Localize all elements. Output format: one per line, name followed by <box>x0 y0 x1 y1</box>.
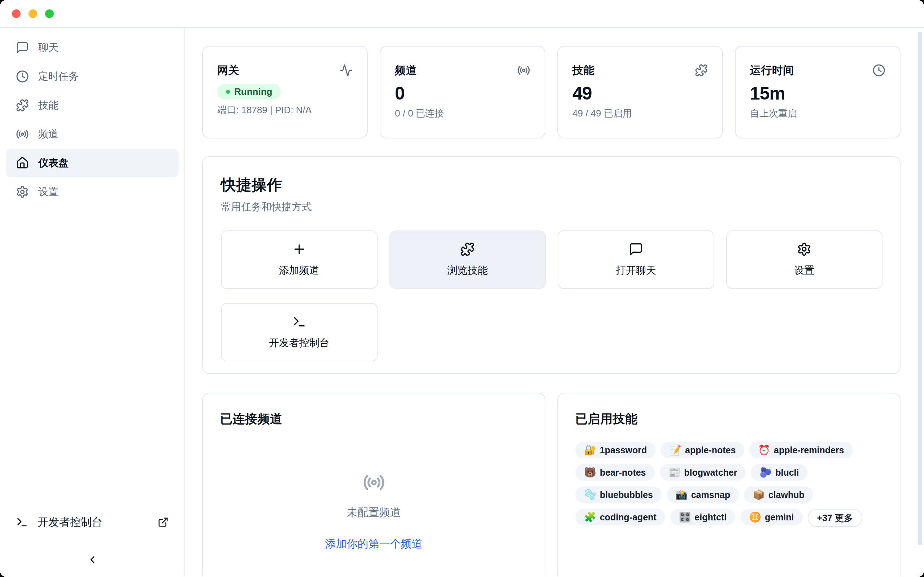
skill-name: clawhub <box>769 490 804 500</box>
action-label: 添加频道 <box>279 264 320 277</box>
stat-value: 0 <box>395 84 530 103</box>
sidebar-item-label: 技能 <box>38 98 58 112</box>
stat-title: 网关 <box>217 63 239 78</box>
stat-card-skills: 技能4949 / 49 已启用 <box>557 46 723 139</box>
stat-title: 频道 <box>395 63 417 78</box>
enabled-skills-panel: 已启用技能 🔐1password📝apple-notes⏰apple-remin… <box>557 393 901 576</box>
channels-empty-state: 未配置频道 添加你的第一个频道 <box>220 471 527 551</box>
sidebar-item-settings[interactable]: 设置 <box>6 178 179 206</box>
chat-icon <box>16 41 29 54</box>
chevron-left-icon <box>87 554 98 566</box>
app-window: 聊天定时任务技能频道仪表盘设置 开发者控制台 网关Running端口: 1878… <box>0 0 924 577</box>
sidebar-item-label: 聊天 <box>38 41 58 55</box>
gear-icon <box>16 185 29 198</box>
stat-title: 运行时间 <box>750 63 794 78</box>
dev-console-label: 开发者控制台 <box>37 515 102 530</box>
plus-icon <box>292 242 307 256</box>
skill-name: camsnap <box>691 490 730 500</box>
zoom-button[interactable] <box>45 10 54 18</box>
action-label: 打开聊天 <box>616 264 656 277</box>
action-label: 开发者控制台 <box>269 336 330 350</box>
stat-detail: 自上次重启 <box>750 107 885 120</box>
sidebar-item-label: 定时任务 <box>38 69 79 83</box>
stat-value: 49 <box>572 84 708 103</box>
skill-emoji: 🧩 <box>584 513 596 522</box>
quick-actions-panel: 快捷操作 常用任务和快捷方式 添加频道浏览技能打开聊天设置开发者控制台 <box>202 156 901 374</box>
minimize-button[interactable] <box>29 10 37 18</box>
action-dev-console-button[interactable]: 开发者控制台 <box>221 303 378 361</box>
action-browse-skills-button[interactable]: 浏览技能 <box>389 230 546 289</box>
radio-icon <box>16 128 29 141</box>
puzzle-icon <box>460 242 475 256</box>
puzzle-icon <box>695 64 708 77</box>
main-content: 网关Running端口: 18789 | PID: N/A频道00 / 0 已连… <box>185 28 924 576</box>
skill-pill-apple-notes: 📝apple-notes <box>661 442 744 458</box>
titlebar <box>0 0 924 28</box>
terminal-icon <box>16 516 28 528</box>
action-label: 浏览技能 <box>447 264 488 277</box>
sidebar-item-dashboard[interactable]: 仪表盘 <box>6 149 179 177</box>
skill-emoji: 📦 <box>753 490 765 500</box>
stat-value: 15m <box>750 84 885 103</box>
skill-pill-camsnap: 📸camsnap <box>667 487 739 503</box>
skill-name: gemini <box>765 512 794 522</box>
sidebar-item-chat[interactable]: 聊天 <box>6 34 179 62</box>
chat-icon <box>629 242 643 256</box>
activity-icon <box>340 64 353 77</box>
skill-emoji: 📝 <box>669 445 682 455</box>
action-open-chat-button[interactable]: 打开聊天 <box>558 230 714 289</box>
stats-row: 网关Running端口: 18789 | PID: N/A频道00 / 0 已连… <box>202 46 901 139</box>
skill-emoji: 🫧 <box>584 490 596 500</box>
skill-emoji: ⏰ <box>758 445 770 455</box>
action-label: 设置 <box>794 264 814 277</box>
skill-pill-clawhub: 📦clawhub <box>744 487 813 503</box>
close-button[interactable] <box>12 10 21 18</box>
action-settings-button[interactable]: 设置 <box>726 230 883 289</box>
skill-emoji: 🫐 <box>759 468 772 477</box>
sidebar-item-label: 仪表盘 <box>38 156 69 170</box>
sidebar-item-channels[interactable]: 频道 <box>6 120 179 148</box>
gear-icon <box>797 242 811 256</box>
sidebar-item-tasks[interactable]: 定时任务 <box>6 62 179 90</box>
stat-detail: 0 / 0 已连接 <box>395 107 530 120</box>
action-add-channel-button[interactable]: 添加频道 <box>221 230 378 289</box>
skill-name: apple-notes <box>685 445 736 456</box>
skill-emoji: 🐻 <box>584 468 596 477</box>
skill-name: bluebubbles <box>600 490 653 500</box>
skill-pill-blucli: 🫐blucli <box>751 464 808 481</box>
skill-name: eightctl <box>695 512 727 522</box>
skills-more-pill[interactable]: +37 更多 <box>808 509 862 527</box>
connected-channels-panel: 已连接频道 未配置频道 添加你的第一个频道 <box>202 393 545 576</box>
skills-pill-list: 🔐1password📝apple-notes⏰apple-reminders🐻b… <box>575 442 882 527</box>
add-first-channel-link[interactable]: 添加你的第一个频道 <box>325 537 423 551</box>
connected-channels-title: 已连接频道 <box>220 411 527 427</box>
scrollbar-thumb[interactable] <box>918 32 922 545</box>
skill-name: bear-notes <box>600 467 646 478</box>
sidebar-collapse-button[interactable] <box>6 543 179 576</box>
skill-pill-bluebubbles: 🫧bluebubbles <box>575 487 662 503</box>
stat-detail: 端口: 18789 | PID: N/A <box>217 104 353 116</box>
radio-icon <box>363 471 385 494</box>
status-badge-label: Running <box>234 86 272 97</box>
stat-card-gateway: 网关Running端口: 18789 | PID: N/A <box>202 46 368 139</box>
clock-icon <box>872 64 885 77</box>
skill-emoji: 🔐 <box>584 445 596 455</box>
stat-title: 技能 <box>572 63 594 78</box>
status-dot <box>226 90 230 94</box>
dev-console-button[interactable]: 开发者控制台 <box>6 512 179 532</box>
skill-name: apple-reminders <box>774 445 844 456</box>
skill-name: blucli <box>775 467 799 478</box>
sidebar-item-label: 设置 <box>38 185 58 199</box>
skill-emoji: 📸 <box>675 490 688 500</box>
skill-pill-1password: 🔐1password <box>575 442 656 458</box>
stat-detail: 49 / 49 已启用 <box>572 107 708 120</box>
skill-emoji: 🎛️ <box>679 513 691 522</box>
skill-name: blogwatcher <box>684 467 737 478</box>
sidebar-item-skills[interactable]: 技能 <box>6 91 179 119</box>
skill-pill-coding-agent: 🧩coding-agent <box>575 509 665 525</box>
stat-card-uptime: 运行时间15m自上次重启 <box>735 46 901 139</box>
external-link-icon[interactable] <box>158 517 168 528</box>
clock-icon <box>16 70 29 83</box>
skill-pill-bear-notes: 🐻bear-notes <box>575 464 655 481</box>
skill-pill-apple-reminders: ⏰apple-reminders <box>749 442 853 458</box>
